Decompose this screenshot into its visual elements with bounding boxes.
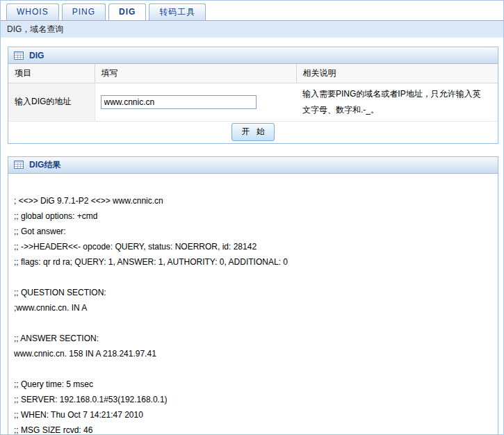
dig-output-line: ;; SERVER: 192.168.0.1#53(192.168.0.1) bbox=[14, 392, 491, 407]
dig-results-panel-title: DIG结果 bbox=[29, 159, 60, 171]
tab-transcode-tools[interactable]: 转码工具 bbox=[149, 3, 206, 20]
dig-output-line: ; <<>> DiG 9.7.1-P2 <<>> www.cnnic.cn bbox=[14, 193, 491, 208]
table-icon bbox=[13, 50, 24, 61]
dig-output-line: ;; WHEN: Thu Oct 7 14:21:47 2010 bbox=[14, 407, 491, 422]
column-header-item: 项目 bbox=[8, 64, 95, 83]
dig-form-table: 项目 填写 相关说明 输入DIG的地址 输入需要PING的域名或者IP地址，只允… bbox=[8, 64, 498, 122]
start-button[interactable]: 开 始 bbox=[231, 123, 274, 141]
dig-output-line: ;; ANSWER SECTION: bbox=[14, 331, 491, 346]
tab-bar: WHOIS PING DIG 转码工具 bbox=[1, 1, 503, 21]
tab-dig[interactable]: DIG bbox=[108, 3, 146, 20]
dig-address-description: 输入需要PING的域名或者IP地址，只允许输入英文字母、数字和.-_。 bbox=[296, 83, 498, 121]
column-header-fill: 填写 bbox=[95, 64, 296, 83]
form-header-row: 项目 填写 相关说明 bbox=[8, 64, 498, 83]
dig-output-line bbox=[14, 315, 491, 331]
dig-output: ; <<>> DiG 9.7.1-P2 <<>> www.cnnic.cn ;;… bbox=[8, 174, 498, 435]
form-data-row: 输入DIG的地址 输入需要PING的域名或者IP地址，只允许输入英文字母、数字和… bbox=[8, 83, 498, 121]
breadcrumb: DIG，域名查询 bbox=[1, 21, 503, 38]
dig-output-line bbox=[14, 361, 491, 377]
dig-output-line: ;; Query time: 5 msec bbox=[14, 377, 491, 392]
dig-panel-title: DIG bbox=[29, 51, 44, 60]
dig-results-panel: DIG结果 ; <<>> DiG 9.7.1-P2 <<>> www.cnnic… bbox=[8, 156, 498, 435]
dig-output-line: ;; QUESTION SECTION: bbox=[14, 285, 491, 300]
button-row: 开 始 bbox=[8, 122, 498, 143]
tab-whois[interactable]: WHOIS bbox=[6, 3, 59, 20]
dig-output-line: ;; global options: +cmd bbox=[14, 208, 491, 224]
dig-output-line: ;; flags: qr rd ra; QUERY: 1, ANSWER: 1,… bbox=[14, 254, 491, 270]
dig-panel: DIG 项目 填写 相关说明 输入DIG的地址 输入需要PING的域名或者IP地… bbox=[8, 47, 498, 144]
dig-output-line bbox=[14, 270, 491, 285]
dig-output-line: ;; Got answer: bbox=[14, 224, 491, 239]
dig-output-line: ;www.cnnic.cn. IN A bbox=[14, 300, 491, 315]
dig-output-line: www.cnnic.cn. 158 IN A 218.241.97.41 bbox=[14, 346, 491, 361]
table-icon bbox=[13, 159, 24, 170]
dig-output-line: ;; MSG SIZE rcvd: 46 bbox=[14, 422, 491, 435]
column-header-description: 相关说明 bbox=[296, 64, 498, 83]
dig-output-line: ;; ->>HEADER<<- opcode: QUERY, status: N… bbox=[14, 239, 491, 254]
dig-panel-header: DIG bbox=[8, 47, 498, 64]
dig-address-label: 输入DIG的地址 bbox=[8, 83, 95, 121]
dig-address-input[interactable] bbox=[101, 95, 257, 109]
tab-ping[interactable]: PING bbox=[62, 3, 106, 20]
dig-results-panel-header: DIG结果 bbox=[8, 157, 498, 174]
